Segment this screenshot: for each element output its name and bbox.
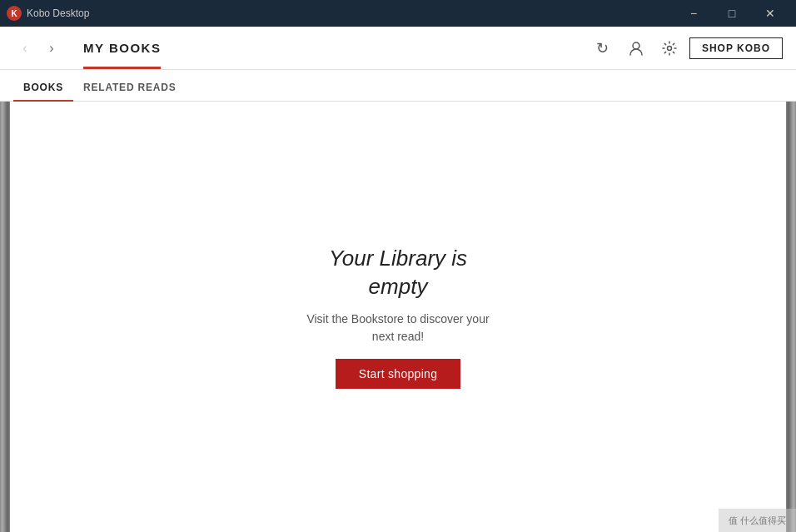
left-book-strip: [0, 102, 10, 532]
title-bar: K Kobo Desktop − □ ✕: [0, 0, 796, 27]
refresh-button[interactable]: ↻: [590, 35, 616, 62]
right-book-strip: [786, 102, 796, 532]
subtitle-line2: next read!: [372, 330, 424, 343]
svg-point-0: [633, 42, 639, 49]
watermark: 值 什么值得买: [719, 509, 796, 532]
empty-state: Your Library is empty Visit the Bookstor…: [306, 245, 489, 390]
nav-arrows: ‹ ›: [13, 37, 63, 60]
profile-button[interactable]: [623, 35, 649, 62]
tab-books[interactable]: BOOKS: [13, 75, 73, 102]
main-content: Your Library is empty Visit the Bookstor…: [0, 102, 796, 532]
nav-right-actions: ↻ SHOP KOBO: [590, 35, 783, 62]
window-controls: − □ ✕: [674, 0, 789, 27]
empty-title-line2: empty: [369, 274, 428, 299]
empty-library-subtitle: Visit the Bookstore to discover your nex…: [306, 311, 489, 346]
forward-button[interactable]: ›: [40, 37, 63, 60]
shop-kobo-button[interactable]: SHOP KOBO: [689, 37, 783, 59]
window-title: Kobo Desktop: [27, 7, 89, 19]
close-button[interactable]: ✕: [751, 0, 789, 27]
back-button[interactable]: ‹: [13, 37, 37, 60]
subtitle-line1: Visit the Bookstore to discover your: [306, 312, 489, 326]
settings-button[interactable]: [656, 35, 683, 62]
empty-title-line1: Your Library is: [329, 246, 467, 271]
tabs-bar: BOOKS RELATED READS: [0, 70, 796, 102]
kobo-logo-icon: K: [7, 6, 22, 21]
maximize-button[interactable]: □: [713, 0, 751, 27]
start-shopping-button[interactable]: Start shopping: [336, 359, 460, 389]
app-body: ‹ › MY BOOKS ↻ SHOP KOBO BOOKS RELATE: [0, 27, 796, 532]
page-title: MY BOOKS: [83, 41, 161, 55]
tab-related-reads[interactable]: RELATED READS: [73, 75, 187, 102]
empty-library-title: Your Library is empty: [329, 245, 467, 301]
title-bar-left: K Kobo Desktop: [7, 6, 89, 21]
watermark-text: 值 什么值得买: [729, 515, 786, 527]
profile-icon: [628, 40, 644, 57]
svg-point-1: [667, 46, 671, 50]
nav-bar: ‹ › MY BOOKS ↻ SHOP KOBO: [0, 27, 796, 70]
settings-icon: [661, 40, 678, 57]
minimize-button[interactable]: −: [674, 0, 713, 27]
